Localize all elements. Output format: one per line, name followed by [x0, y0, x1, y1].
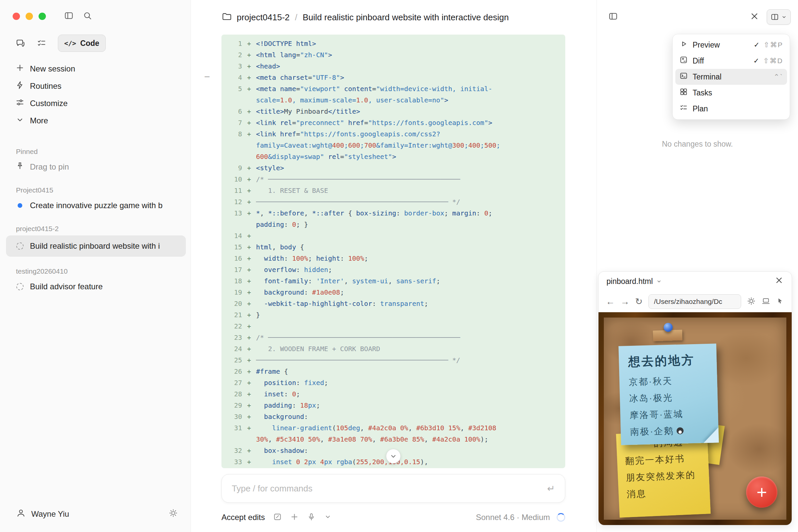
section-header-project0415-2: project0415-2	[0, 222, 191, 235]
app-window: </> Code New session Routines Customize …	[0, 0, 798, 532]
task-list-icon[interactable]	[37, 38, 46, 48]
search-icon[interactable]	[82, 11, 92, 21]
command-input[interactable]	[232, 483, 542, 494]
theme-icon[interactable]	[169, 508, 178, 520]
code-line: 29+ padding: 18px;	[222, 400, 565, 411]
menu-item-tasks[interactable]: Tasks	[675, 85, 787, 101]
code-line: 27+ position: fixed;	[222, 377, 565, 388]
sidebar-item-new-session[interactable]: New session	[6, 60, 186, 77]
status-bar: Accept edits Sonnet 4.6 · Medium	[222, 503, 565, 532]
microphone-icon[interactable]	[307, 512, 316, 523]
accept-edits-button[interactable]: Accept edits	[222, 513, 265, 522]
penguin-sticker-icon	[677, 427, 684, 435]
sidebar-item-more[interactable]: More	[6, 112, 186, 129]
sidebar-item-puzzle-game[interactable]: Create innovative puzzle game with b	[6, 197, 186, 214]
chevron-down-icon[interactable]	[324, 513, 332, 522]
checklist-icon	[679, 103, 688, 114]
sidebar-toggle-icon[interactable]	[64, 11, 74, 21]
zoom-window-button[interactable]	[39, 13, 46, 20]
code-line: 31+ linear-gradient(105deg, #4a2c0a 0%, …	[222, 422, 565, 445]
scroll-to-bottom-button[interactable]	[386, 449, 401, 463]
code-line: 3+<head>	[222, 60, 565, 72]
attach-plus-icon[interactable]	[290, 512, 299, 523]
code-line: 28+ inset: 0;	[222, 388, 565, 400]
code-line: 30+ background:	[222, 411, 565, 422]
sidebar-item-pinboard-website[interactable]: Build realistic pinboard website with i	[6, 235, 186, 257]
columns-icon	[771, 13, 779, 21]
sidebar-item-drag-to-pin[interactable]: Drag to pin	[6, 158, 186, 175]
close-panel-icon[interactable]	[749, 11, 759, 23]
menu-item-preview[interactable]: Preview ✓⇧⌘P	[675, 37, 787, 53]
code-line: 25+─────────────────────────────────────…	[222, 355, 565, 366]
loading-spinner	[557, 513, 565, 522]
folder-icon	[222, 11, 231, 24]
pin-icon	[15, 161, 25, 173]
code-line: 5+<meta name="viewport" content="width=d…	[222, 83, 565, 106]
code-icon: </>	[64, 39, 76, 47]
device-laptop-icon[interactable]	[761, 297, 771, 307]
browser-toolbar: ← → ↻	[598, 291, 792, 312]
right-panel-header	[608, 9, 791, 25]
breadcrumb-task-title: Build realistic pinboard website with in…	[303, 12, 509, 23]
sidebar-item-customize[interactable]: Customize	[6, 95, 186, 112]
preview-card: pinboard.html ← → ↻	[598, 271, 792, 525]
note-title: 想去的地方	[628, 353, 707, 369]
section-header-testing: testing20260410	[0, 265, 191, 278]
fold-hunk-button[interactable]: −	[204, 72, 210, 82]
code-line: 17+ overflow: hidden;	[222, 264, 565, 275]
sidebar-nav: New session Routines Customize More	[0, 60, 191, 129]
panel-toggle-icon[interactable]	[608, 11, 618, 23]
terminal-icon	[679, 72, 688, 82]
check-icon: ✓	[754, 57, 759, 65]
user-name: Wayne Yiu	[31, 509, 69, 519]
diff-view: 1+<!DOCTYPE html>2+<html lang="zh-CN">3+…	[222, 35, 565, 468]
chevron-down-icon	[781, 14, 787, 20]
menu-item-diff[interactable]: Diff ✓⇧⌘D	[675, 53, 787, 69]
code-line: 1+<!DOCTYPE html>	[222, 38, 565, 49]
address-input[interactable]	[648, 294, 741, 309]
menu-item-plan[interactable]: Plan	[675, 101, 787, 117]
back-icon[interactable]: ←	[606, 297, 615, 306]
code-line: 8+<link href="https://fonts.googleapis.c…	[222, 128, 565, 162]
code-line: 7+<link rel="preconnect" href="https://f…	[222, 117, 565, 128]
chevron-down-icon	[15, 115, 25, 126]
cursor-icon[interactable]	[776, 297, 784, 307]
model-selector[interactable]: Sonnet 4.6 · Medium	[476, 513, 550, 522]
note-line: 京都·秋天	[628, 372, 708, 391]
sun-icon[interactable]	[747, 297, 756, 307]
code-mode-button[interactable]: </> Code	[58, 35, 106, 52]
edits-view-icon[interactable]	[273, 512, 282, 523]
right-panel: Preview ✓⇧⌘P Diff ✓⇧⌘D Terminal ⌃` Tasks…	[596, 0, 798, 532]
code-button-label: Code	[80, 39, 99, 48]
file-tab[interactable]: pinboard.html	[607, 277, 653, 286]
preview-viewport: 想去的地方 京都·秋天 冰岛·极光 摩洛哥·蓝城 南极·企鹅 的周边 翻完一本好…	[598, 312, 792, 525]
window-controls	[13, 13, 46, 20]
section-header-project0415: Project0415	[0, 184, 191, 197]
code-line: 15+html, body {	[222, 241, 565, 253]
pinboard-frame: 想去的地方 京都·秋天 冰岛·极光 摩洛哥·蓝城 南极·企鹅 的周边 翻完一本好…	[598, 312, 792, 525]
diff-code: 1+<!DOCTYPE html>2+<html lang="zh-CN">3+…	[222, 35, 565, 468]
user-icon	[16, 508, 26, 520]
menu-item-terminal[interactable]: Terminal ⌃`	[675, 69, 787, 85]
panel-layout-button[interactable]	[767, 9, 791, 25]
breadcrumb-project[interactable]: project0415-2	[237, 12, 290, 23]
close-window-button[interactable]	[13, 13, 20, 20]
chat-icon[interactable]	[15, 38, 25, 48]
sidebar-item-advisor-feature[interactable]: Build advisor feature	[6, 278, 186, 295]
in-progress-spinner-icon	[16, 283, 24, 290]
sticky-note-blue[interactable]: 想去的地方 京都·秋天 冰岛·极光 摩洛哥·蓝城 南极·企鹅	[619, 343, 719, 445]
sidebar-item-routines[interactable]: Routines	[6, 77, 186, 95]
forward-icon[interactable]: →	[621, 297, 629, 306]
note-line: 南极·企鹅	[630, 422, 709, 440]
add-note-button[interactable]: +	[746, 476, 777, 508]
reload-icon[interactable]: ↻	[635, 297, 643, 306]
panel-view-menu: Preview ✓⇧⌘P Diff ✓⇧⌘D Terminal ⌃` Tasks…	[672, 34, 790, 120]
code-line: 2+<html lang="zh-CN">	[222, 49, 565, 60]
code-line: 23+/* ──────────────────────────────────…	[222, 332, 565, 343]
note-line: 冰岛·极光	[629, 388, 708, 407]
preview-card-header: pinboard.html	[598, 272, 792, 291]
code-line: 14+	[222, 230, 565, 241]
minimize-window-button[interactable]	[25, 13, 33, 20]
close-preview-icon[interactable]	[774, 276, 784, 287]
check-icon: ✓	[754, 41, 760, 49]
